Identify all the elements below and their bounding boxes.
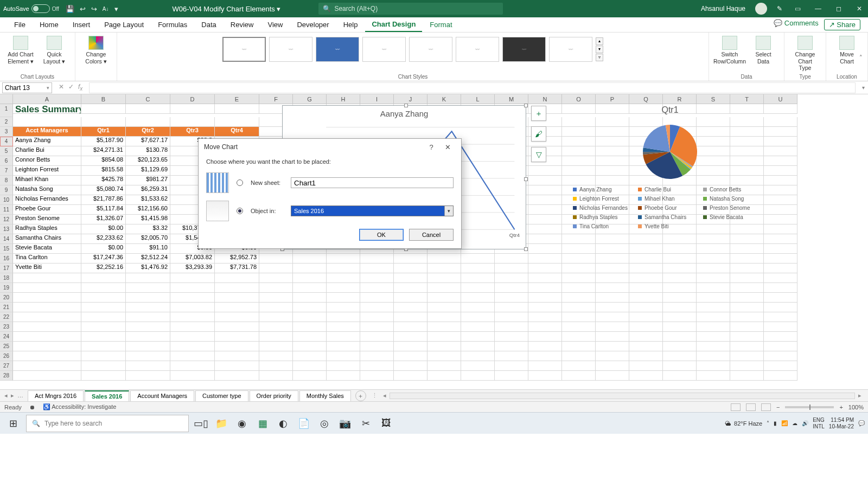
tab-format[interactable]: Format bbox=[423, 18, 458, 31]
cell[interactable] bbox=[259, 303, 293, 312]
chart-style-5[interactable]: 〰 bbox=[409, 37, 452, 62]
cell[interactable] bbox=[215, 273, 259, 283]
cell[interactable] bbox=[215, 303, 259, 312]
cell[interactable] bbox=[427, 264, 461, 273]
row-header[interactable]: 3 bbox=[0, 127, 13, 137]
cell[interactable] bbox=[730, 303, 764, 312]
row-header[interactable]: 5 bbox=[0, 146, 13, 156]
autosave-toggle[interactable] bbox=[31, 4, 50, 13]
cell[interactable]: $24,271.31 bbox=[81, 146, 126, 156]
cell[interactable]: $2,005.70 bbox=[126, 234, 170, 244]
cell[interactable] bbox=[629, 283, 663, 293]
cell[interactable]: $981.27 bbox=[126, 176, 170, 185]
zoom-slider[interactable] bbox=[785, 406, 834, 408]
worksheet-grid[interactable]: ABCDEFGHIJKLMNOPQRSTU 1Sales Summary 201… bbox=[0, 94, 868, 389]
cell[interactable] bbox=[327, 312, 360, 322]
normal-view-icon[interactable] bbox=[731, 403, 741, 411]
cell[interactable] bbox=[327, 293, 360, 303]
cell[interactable] bbox=[663, 322, 697, 332]
weather-widget[interactable]: 🌥82°F Haze bbox=[725, 420, 762, 427]
cell[interactable] bbox=[327, 361, 360, 371]
page-break-view-icon[interactable] bbox=[761, 403, 771, 411]
cell[interactable] bbox=[663, 273, 697, 283]
chart-filters-button[interactable]: ▽ bbox=[531, 147, 546, 162]
file-explorer-icon[interactable]: 📁 bbox=[213, 415, 230, 432]
sheet-tab[interactable]: Account Managers bbox=[130, 390, 194, 401]
cell[interactable] bbox=[663, 342, 697, 351]
cell[interactable] bbox=[427, 283, 461, 293]
cell[interactable]: $3 bbox=[170, 166, 215, 176]
ribbon-display-icon[interactable]: ▭ bbox=[792, 5, 803, 12]
cell[interactable] bbox=[215, 185, 259, 195]
cell[interactable] bbox=[13, 361, 81, 371]
sheet-tab[interactable]: Monthly Sales bbox=[299, 390, 351, 401]
cell[interactable] bbox=[327, 264, 360, 273]
cell[interactable] bbox=[562, 312, 596, 322]
cell[interactable] bbox=[215, 283, 259, 293]
cell[interactable]: Acct Managers bbox=[13, 127, 81, 137]
col-header[interactable]: E bbox=[215, 94, 259, 104]
cell[interactable] bbox=[293, 264, 327, 273]
cell[interactable] bbox=[215, 371, 259, 381]
tray-chevron-icon[interactable]: ˄ bbox=[767, 420, 769, 426]
cell[interactable] bbox=[528, 215, 562, 224]
document-title[interactable]: W06-V04 Modify Chart Elements ▾ bbox=[173, 5, 281, 13]
switch-row-column-button[interactable]: Switch Row/Column bbox=[714, 35, 745, 66]
cell[interactable] bbox=[764, 322, 797, 332]
cell[interactable]: Charlie Bui bbox=[13, 146, 81, 156]
cell[interactable] bbox=[461, 293, 495, 303]
cell[interactable] bbox=[764, 303, 797, 312]
row-header[interactable]: 11 bbox=[0, 205, 13, 215]
cell[interactable] bbox=[293, 283, 327, 293]
cell[interactable]: $17,247.36 bbox=[81, 254, 126, 264]
col-header[interactable]: P bbox=[596, 94, 629, 104]
app-icon-1[interactable]: 📄 bbox=[295, 415, 312, 432]
cell[interactable] bbox=[170, 283, 215, 293]
row-header[interactable]: 26 bbox=[0, 351, 13, 361]
cell[interactable] bbox=[596, 283, 629, 293]
cell[interactable] bbox=[730, 371, 764, 381]
cell[interactable] bbox=[596, 322, 629, 332]
battery-icon[interactable]: ▮ bbox=[774, 420, 777, 426]
cell[interactable] bbox=[126, 351, 170, 361]
row-header[interactable]: 18 bbox=[0, 273, 13, 283]
cell[interactable] bbox=[215, 176, 259, 185]
cell[interactable] bbox=[360, 332, 394, 342]
comments-button[interactable]: 💬 Comments bbox=[774, 19, 818, 30]
cell[interactable] bbox=[730, 332, 764, 342]
avatar[interactable] bbox=[755, 3, 767, 15]
cell[interactable] bbox=[13, 371, 81, 381]
zoom-level[interactable]: 100% bbox=[848, 404, 864, 410]
cell[interactable] bbox=[596, 332, 629, 342]
cell[interactable] bbox=[215, 156, 259, 166]
cell[interactable]: Qtr2 bbox=[126, 127, 170, 137]
cell[interactable] bbox=[327, 322, 360, 332]
cell[interactable] bbox=[629, 303, 663, 312]
cell[interactable] bbox=[13, 342, 81, 351]
cell[interactable]: $5 bbox=[170, 176, 215, 185]
cell[interactable]: $2,233.62 bbox=[81, 234, 126, 244]
cell[interactable] bbox=[528, 254, 562, 264]
cell[interactable] bbox=[461, 254, 495, 264]
cell[interactable] bbox=[730, 283, 764, 293]
cell[interactable] bbox=[170, 332, 215, 342]
cell[interactable] bbox=[697, 312, 730, 322]
cell[interactable] bbox=[663, 283, 697, 293]
cell[interactable] bbox=[730, 293, 764, 303]
cell[interactable] bbox=[259, 312, 293, 322]
page-layout-view-icon[interactable] bbox=[746, 403, 756, 411]
cell[interactable] bbox=[327, 273, 360, 283]
chart-style-2[interactable]: 〰 bbox=[269, 37, 312, 62]
onedrive-icon[interactable]: ☁ bbox=[792, 420, 797, 426]
cell[interactable] bbox=[495, 303, 528, 312]
row-header[interactable]: 28 bbox=[0, 371, 13, 381]
cell[interactable]: $2,3 bbox=[170, 215, 215, 224]
cell[interactable]: Connor Betts bbox=[13, 156, 81, 166]
cell[interactable] bbox=[562, 361, 596, 371]
cell[interactable]: $5,080.74 bbox=[81, 185, 126, 195]
cell[interactable] bbox=[528, 312, 562, 322]
cell[interactable] bbox=[170, 293, 215, 303]
chart-style-scroll[interactable]: ▴▾▿ bbox=[596, 37, 603, 61]
cell[interactable]: $815.58 bbox=[81, 166, 126, 176]
cell[interactable] bbox=[528, 185, 562, 195]
